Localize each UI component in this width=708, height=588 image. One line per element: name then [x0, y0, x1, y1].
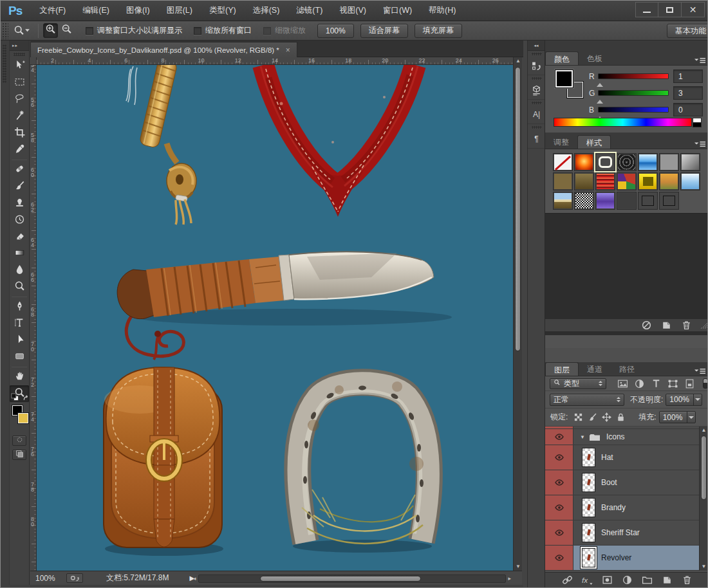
- current-tool-icon[interactable]: [14, 25, 30, 36]
- tool-path-select[interactable]: [10, 332, 29, 349]
- new-style-icon[interactable]: [661, 320, 672, 331]
- filter-shape-icon[interactable]: [666, 378, 680, 389]
- close-button[interactable]: ✕: [682, 2, 705, 17]
- lock-brush-icon[interactable]: [586, 412, 599, 423]
- eye-icon[interactable]: [545, 445, 573, 470]
- style-swatch-bw-noise[interactable]: [574, 192, 594, 210]
- style-swatch-olive-flat[interactable]: [553, 172, 573, 190]
- style-swatch-dark-flat[interactable]: [617, 192, 637, 210]
- panel-menu-icon[interactable]: [694, 55, 705, 66]
- dock-button-properties-3d[interactable]: [528, 75, 545, 100]
- document-tab[interactable]: Freebie_Cowboy_Icons_by_Davlikanoff.psd …: [30, 42, 297, 57]
- swap-colors-icon[interactable]: [21, 392, 30, 404]
- status-zoom-level[interactable]: 100%: [35, 574, 61, 583]
- eye-icon[interactable]: [545, 546, 573, 570]
- scroll-up-arrow[interactable]: ▲: [514, 57, 523, 65]
- style-swatch-gray-gradient[interactable]: [680, 153, 700, 171]
- dock-button-history[interactable]: [528, 51, 545, 75]
- menu-item-3[interactable]: 图层(L): [158, 1, 201, 21]
- trash-icon[interactable]: [682, 574, 693, 585]
- filter-adjustment-icon[interactable]: [622, 574, 633, 585]
- tool-eyedropper[interactable]: [10, 142, 29, 158]
- tool-shape[interactable]: [10, 349, 29, 365]
- tool-clone-stamp[interactable]: [10, 195, 29, 212]
- scroll-down-arrow[interactable]: ▼: [514, 563, 523, 571]
- options-button--[interactable]: 适合屏幕: [360, 24, 408, 38]
- tool-blur[interactable]: [10, 262, 29, 279]
- channel-value[interactable]: 3: [673, 86, 703, 100]
- options-button-100-[interactable]: 100%: [317, 24, 354, 38]
- styles-tab--[interactable]: 样式: [577, 135, 611, 149]
- layer-row-revolver[interactable]: Revolver: [545, 546, 708, 571]
- tool-move[interactable]: [10, 58, 29, 75]
- filter-pixel-icon[interactable]: [615, 378, 629, 389]
- tool-eraser[interactable]: [10, 228, 29, 245]
- color-spectrum-ramp[interactable]: [554, 118, 692, 127]
- new-layer-icon[interactable]: [662, 574, 673, 585]
- layer-group-icons[interactable]: ▼Icons: [545, 429, 708, 445]
- background-color-swatch[interactable]: [17, 412, 29, 424]
- zoom-out-button[interactable]: [59, 23, 74, 38]
- tool-hand[interactable]: [10, 369, 29, 385]
- tool-gradient[interactable]: [10, 245, 29, 262]
- eye-icon[interactable]: [545, 495, 573, 520]
- layer-row-brandy[interactable]: Brandy: [545, 495, 708, 520]
- layer-thumbnail[interactable]: [582, 498, 595, 517]
- blend-mode-dropdown[interactable]: 正常: [550, 394, 624, 406]
- scroll-down-arrow[interactable]: ▼: [700, 563, 708, 571]
- opacity-dropdown[interactable]: 100%: [666, 394, 702, 406]
- tool-crop[interactable]: [10, 125, 29, 142]
- minimize-button[interactable]: [635, 2, 658, 17]
- lock-all-icon[interactable]: [614, 412, 627, 423]
- style-swatch-gray-flat[interactable]: [659, 153, 679, 171]
- lock-transparent-icon[interactable]: [572, 412, 584, 423]
- link-icon[interactable]: [562, 574, 573, 585]
- tool-brush[interactable]: [10, 178, 29, 195]
- menu-item-2[interactable]: 图像(I): [118, 1, 158, 21]
- canvas-horizontal-scrollbar[interactable]: ◂ ▸: [191, 574, 513, 583]
- fill-dropdown[interactable]: 100%: [659, 411, 696, 423]
- style-swatch-dark-outline[interactable]: [638, 192, 658, 210]
- scroll-up-arrow[interactable]: ▲: [700, 427, 708, 434]
- screen-mode-button[interactable]: [12, 450, 26, 460]
- scroll-left-arrow[interactable]: ◂: [191, 575, 198, 582]
- panel-menu-icon[interactable]: [694, 365, 705, 377]
- style-swatch-camo[interactable]: [617, 172, 637, 190]
- panel-resize-grip[interactable]: [701, 322, 707, 329]
- style-swatch-purple-gradient[interactable]: [595, 192, 615, 210]
- filter-smart-icon[interactable]: [682, 378, 696, 389]
- status-options-icon[interactable]: [66, 573, 83, 583]
- style-swatch-landscape[interactable]: [553, 192, 573, 210]
- filter-toggle[interactable]: [703, 378, 708, 389]
- tool-magic-wand[interactable]: [10, 108, 29, 125]
- scroll-right-arrow[interactable]: ▸: [506, 575, 513, 582]
- maximize-button[interactable]: [658, 2, 682, 17]
- clear-style-icon[interactable]: [641, 320, 652, 331]
- canvas-vertical-scrollbar[interactable]: ▲ ▼: [513, 57, 522, 571]
- tools-expand-button[interactable]: ▸▸: [10, 41, 29, 51]
- group-folder-icon[interactable]: [642, 574, 653, 585]
- options-checkbox-2[interactable]: 细微缩放: [263, 25, 306, 36]
- menu-item-0[interactable]: 文件(F): [31, 1, 74, 21]
- menu-item-9[interactable]: 帮助(H): [420, 1, 464, 21]
- zoom-in-button[interactable]: [43, 23, 58, 38]
- lock-move-icon[interactable]: [600, 412, 613, 423]
- eye-icon[interactable]: [545, 520, 573, 545]
- dock-button-character[interactable]: A|: [528, 100, 545, 124]
- eye-icon[interactable]: [545, 429, 573, 445]
- styles-tab--[interactable]: 调整: [545, 135, 577, 149]
- menu-item-6[interactable]: 滤镜(T): [288, 1, 331, 21]
- menu-item-4[interactable]: 类型(Y): [201, 1, 245, 21]
- slider-track[interactable]: [598, 73, 669, 79]
- color-tab--[interactable]: 色板: [579, 51, 611, 65]
- slider-track[interactable]: [598, 107, 669, 113]
- workspace-switcher-button[interactable]: 基本功能: [667, 24, 708, 38]
- tool-dodge[interactable]: [10, 279, 29, 295]
- layer-thumbnail[interactable]: [582, 548, 595, 567]
- tool-type[interactable]: [10, 315, 29, 332]
- style-swatch-lightblue-bevel[interactable]: [680, 172, 700, 190]
- style-swatch-yellow-inset-square[interactable]: [638, 172, 658, 190]
- style-swatch-blue-glossy[interactable]: [638, 153, 658, 171]
- menu-item-7[interactable]: 视图(V): [331, 1, 375, 21]
- visibility-cell[interactable]: [545, 427, 573, 428]
